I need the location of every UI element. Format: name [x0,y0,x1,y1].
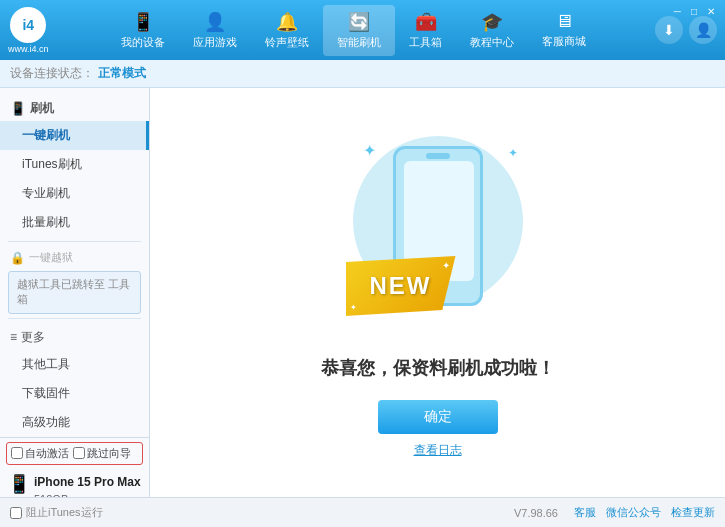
sidebar-item-one-key-flash[interactable]: 一键刷机 [0,121,149,150]
sidebar-item-advanced[interactable]: 高级功能 [0,408,149,437]
log-link[interactable]: 查看日志 [414,442,462,459]
logo[interactable]: i4 www.i4.cn [8,7,49,54]
smart-flash-icon: 🔄 [348,11,370,33]
auto-activate-option[interactable]: 自动激活 [11,446,69,461]
flash-section-label: 刷机 [30,100,54,117]
nav-ringtones-label: 铃声壁纸 [265,35,309,50]
toolbox-icon: 🧰 [415,11,437,33]
minimize-button[interactable]: ─ [670,4,685,19]
sidebar-divider-2 [8,318,141,319]
main-layout: 📱 刷机 一键刷机 iTunes刷机 专业刷机 批量刷机 🔒 一键越狱 越狱工具… [0,88,725,497]
device-phone-icon: 📱 [8,473,30,495]
status-value: 正常模式 [98,65,146,82]
content-area: NEW ✦ ✦ ✦ ✦ 恭喜您，保资料刷机成功啦！ 确定 查看日志 [150,88,725,497]
footer-link-update[interactable]: 检查更新 [671,505,715,520]
star-icon-1: ✦ [442,260,450,271]
star-icon-2: ✦ [350,303,357,312]
service-icon: 🖥 [555,11,573,32]
new-ribbon: NEW ✦ ✦ [346,256,456,316]
footer-link-desk[interactable]: 客服 [574,505,596,520]
footer-left: 阻止iTunes运行 [10,505,514,520]
logo-text: i4 [22,17,34,33]
sidebar-divider-1 [8,241,141,242]
user-button[interactable]: 👤 [689,16,717,44]
status-bar: 设备连接状态： 正常模式 [0,60,725,88]
status-label: 设备连接状态： [10,65,94,82]
nav-apps-games-label: 应用游戏 [193,35,237,50]
tutorial-icon: 🎓 [481,11,503,33]
lock-icon: 🔒 [10,251,25,265]
auto-activate-checkbox[interactable] [11,447,23,459]
close-button[interactable]: ✕ [703,4,719,19]
success-text: 恭喜您，保资料刷机成功啦！ [321,356,555,380]
header: i4 www.i4.cn 📱 我的设备 👤 应用游戏 🔔 铃声壁纸 🔄 智能刷机 [0,0,725,60]
nav-apps-games[interactable]: 👤 应用游戏 [179,5,251,56]
header-right: ⬇ 👤 [655,16,717,44]
auto-guide-option[interactable]: 跳过向导 [73,446,131,461]
new-badge-text: NEW [370,272,432,300]
nav-tutorial[interactable]: 🎓 教程中心 [456,5,528,56]
sidebar-more-header: ≡ 更多 [0,323,149,350]
sparkle-icon-left: ✦ [363,141,376,160]
sidebar-item-download-firmware[interactable]: 下载固件 [0,379,149,408]
ringtone-icon: 🔔 [276,11,298,33]
block-itunes-checkbox[interactable] [10,507,22,519]
nav-smart-flash[interactable]: 🔄 智能刷机 [323,5,395,56]
nav-service[interactable]: 🖥 客服商城 [528,5,600,56]
logo-circle: i4 [10,7,46,43]
sidebar-flash-header: 📱 刷机 [0,94,149,121]
nav-tutorial-label: 教程中心 [470,35,514,50]
nav-toolbox-label: 工具箱 [409,35,442,50]
auto-guide-checkbox[interactable] [73,447,85,459]
success-illustration: NEW ✦ ✦ ✦ ✦ [338,126,538,346]
nav-ringtones[interactable]: 🔔 铃声壁纸 [251,5,323,56]
sidebar-item-other-tools[interactable]: 其他工具 [0,350,149,379]
jailbreak-label: 一键越狱 [29,250,73,265]
logo-url: www.i4.cn [8,44,49,54]
footer-link-wechat[interactable]: 微信公众号 [606,505,661,520]
nav-smart-flash-label: 智能刷机 [337,35,381,50]
footer-links: 客服 微信公众号 检查更新 [574,505,715,520]
nav-service-label: 客服商城 [542,34,586,49]
sidebar-item-itunes-flash[interactable]: iTunes刷机 [0,150,149,179]
footer: 阻止iTunes运行 V7.98.66 客服 微信公众号 检查更新 [0,497,725,527]
sidebar-alert-box: 越狱工具已跳转至 工具箱 [8,271,141,314]
auto-activate-label: 自动激活 [25,446,69,461]
auto-guide-label: 跳过向导 [87,446,131,461]
auto-options-box: 自动激活 跳过向导 [6,442,143,465]
sparkle-icon-right: ✦ [508,146,518,160]
maximize-button[interactable]: □ [687,4,701,19]
device-info: 📱 iPhone 15 Pro Max 512GB iPhone [6,469,143,497]
confirm-button[interactable]: 确定 [378,400,498,434]
flash-section-icon: 📱 [10,101,26,116]
device-storage: 512GB [34,491,141,497]
sidebar-disabled-jailbreak: 🔒 一键越狱 [0,246,149,269]
version-text: V7.98.66 [514,507,558,519]
apps-icon: 👤 [204,11,226,33]
nav-my-device[interactable]: 📱 我的设备 [107,5,179,56]
download-button[interactable]: ⬇ [655,16,683,44]
device-panel: 自动激活 跳过向导 📱 iPhone 15 Pro Max 512GB iPho… [0,437,149,497]
block-itunes-label: 阻止iTunes运行 [26,505,103,520]
nav-bar: 📱 我的设备 👤 应用游戏 🔔 铃声壁纸 🔄 智能刷机 🧰 工具箱 🎓 [61,5,647,56]
device-name: iPhone 15 Pro Max [34,473,141,491]
more-icon: ≡ [10,330,17,344]
more-label: 更多 [21,329,45,346]
device-icon: 📱 [132,11,154,33]
nav-toolbox[interactable]: 🧰 工具箱 [395,5,456,56]
alert-text: 越狱工具已跳转至 工具箱 [17,278,130,305]
sidebar-item-batch-flash[interactable]: 批量刷机 [0,208,149,237]
device-details: iPhone 15 Pro Max 512GB iPhone [34,473,141,497]
sidebar: 📱 刷机 一键刷机 iTunes刷机 专业刷机 批量刷机 🔒 一键越狱 越狱工具… [0,88,150,497]
phone-notch [426,153,450,159]
nav-my-device-label: 我的设备 [121,35,165,50]
sidebar-item-pro-flash[interactable]: 专业刷机 [0,179,149,208]
